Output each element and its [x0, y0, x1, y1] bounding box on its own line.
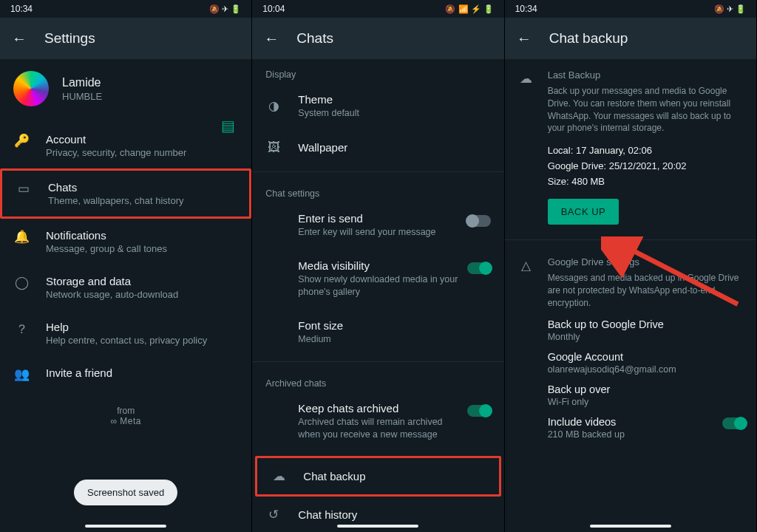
clock: 10:34	[10, 4, 33, 14]
section-display: Display	[252, 59, 503, 83]
page-title: Chat backup	[549, 30, 628, 47]
row-storage[interactable]: ◯ Storage and data Network usage, auto-d…	[0, 265, 251, 310]
backup-button[interactable]: BACK UP	[548, 199, 619, 225]
row-wallpaper[interactable]: 🖼 Wallpaper	[252, 130, 503, 166]
switch-enter-is-send[interactable]	[467, 215, 491, 227]
row-backup-frequency[interactable]: Back up to Google Drive Monthly	[548, 310, 743, 342]
drive-backup: Google Drive: 25/12/2021, 20:02	[548, 160, 743, 171]
toast: Screenshot saved	[74, 480, 177, 505]
page-title: Settings	[44, 30, 95, 47]
clock: 10:34	[515, 4, 537, 14]
chat-icon: ▭	[16, 181, 32, 197]
backup-size: Size: 480 MB	[548, 176, 743, 187]
page-title: Chats	[296, 30, 333, 47]
help-icon: ？	[13, 321, 30, 338]
row-theme[interactable]: ◑ Theme System default	[252, 83, 503, 130]
people-icon: 👥	[13, 366, 30, 382]
back-icon[interactable]: ←	[264, 30, 279, 47]
status-bar: 10:04 🔕 📶 ⚡ 🔋	[252, 0, 503, 18]
app-bar: ← Chats	[252, 18, 503, 59]
row-media-visibility[interactable]: Media visibility Show newly downloaded m…	[252, 249, 503, 309]
status-icons: 🔕 📶 ⚡ 🔋	[445, 4, 493, 14]
row-help[interactable]: ？ Help Help centre, contact us, privacy …	[0, 310, 251, 356]
row-notifications[interactable]: 🔔 Notifications Message, group & call to…	[0, 219, 251, 265]
row-chats[interactable]: ▭ Chats Theme, wallpapers, chat history	[0, 168, 251, 219]
bell-icon: 🔔	[13, 229, 30, 245]
switch-keep-archived[interactable]	[467, 405, 491, 417]
row-invite[interactable]: 👥 Invite a friend	[0, 356, 251, 392]
wallpaper-icon: 🖼	[265, 140, 282, 155]
theme-icon: ◑	[265, 98, 282, 114]
data-icon: ◯	[13, 275, 30, 290]
qr-icon[interactable]: ▤	[221, 117, 235, 134]
last-backup-block: ☁ Last Backup Back up your messages and …	[505, 59, 756, 233]
from-meta: from ∞ Meta	[0, 406, 251, 426]
screen-settings: 10:34 🔕 ✈ 🔋 ← Settings Lamide HUMBLE ▤ 🔑…	[0, 0, 252, 532]
nav-handle[interactable]	[337, 525, 418, 528]
key-icon: 🔑	[13, 133, 30, 149]
profile-status: HUMBLE	[62, 91, 102, 102]
nav-handle[interactable]	[85, 525, 166, 528]
switch-include-videos[interactable]	[722, 417, 746, 429]
status-icons: 🔕 ✈ 🔋	[209, 4, 241, 14]
back-icon[interactable]: ←	[517, 30, 532, 47]
row-font-size[interactable]: Font size Medium	[252, 309, 503, 356]
local-backup: Local: 17 January, 02:06	[548, 145, 743, 156]
avatar	[13, 71, 49, 106]
cloud-upload-icon: ☁	[271, 468, 287, 484]
row-enter-is-send[interactable]: Enter is send Enter key will send your m…	[252, 202, 503, 249]
section-archived: Archived chats	[252, 368, 503, 392]
back-icon[interactable]: ←	[12, 30, 27, 47]
content: Display ◑ Theme System default 🖼 Wallpap…	[252, 59, 503, 532]
history-icon: ↺	[265, 507, 282, 522]
profile-row[interactable]: Lamide HUMBLE	[0, 59, 251, 123]
clock: 10:04	[262, 4, 285, 14]
google-drive-icon: △	[518, 258, 534, 439]
content: Lamide HUMBLE ▤ 🔑 Account Privacy, secur…	[0, 59, 251, 532]
screen-chats: 10:04 🔕 📶 ⚡ 🔋 ← Chats Display ◑ Theme Sy…	[252, 0, 504, 532]
row-account[interactable]: 🔑 Account Privacy, security, change numb…	[0, 123, 251, 168]
gdrive-desc: Messages and media backed up in Google D…	[548, 272, 743, 309]
nav-handle[interactable]	[590, 525, 671, 528]
last-backup-heading: Last Backup	[548, 69, 743, 81]
switch-media-visibility[interactable]	[467, 262, 491, 274]
section-chatsettings: Chat settings	[252, 178, 503, 202]
app-bar: ← Chat backup	[505, 18, 756, 59]
content: ☁ Last Backup Back up your messages and …	[505, 59, 756, 532]
profile-name: Lamide	[62, 76, 102, 89]
app-bar: ← Settings	[0, 18, 251, 59]
row-include-videos[interactable]: Include videos 210 MB backed up	[548, 407, 743, 440]
row-backup-over[interactable]: Back up over Wi-Fi only	[548, 375, 743, 407]
row-chat-backup[interactable]: ☁ Chat backup	[255, 456, 500, 497]
screen-chat-backup: 10:34 🔕 ✈ 🔋 ← Chat backup ☁ Last Backup …	[505, 0, 757, 532]
status-bar: 10:34 🔕 ✈ 🔋	[0, 0, 251, 18]
cloud-upload-icon: ☁	[518, 71, 534, 229]
status-icons: 🔕 ✈ 🔋	[714, 4, 746, 14]
gdrive-settings-block: △ Google Drive settings Messages and med…	[505, 246, 756, 443]
row-google-account[interactable]: Google Account olanrewajusodiq64@gmail.c…	[548, 342, 743, 375]
row-keep-archived[interactable]: Keep chats archived Archived chats will …	[252, 392, 503, 451]
status-bar: 10:34 🔕 ✈ 🔋	[505, 0, 756, 18]
gdrive-heading: Google Drive settings	[548, 256, 743, 267]
last-backup-desc: Back up your messages and media to Googl…	[548, 85, 743, 134]
